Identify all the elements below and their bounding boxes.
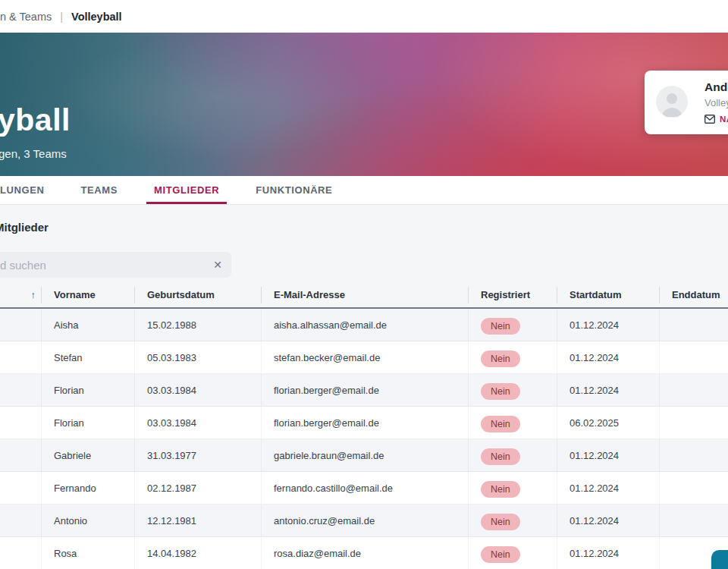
cell-email: aisha.alhassan@email.de [262,309,469,341]
cell-enddatum [660,472,728,505]
table-row[interactable]: Stefan 05.03.1983 stefan.becker@email.de… [0,341,728,374]
cell-enddatum [660,309,728,341]
cell-vorname: Florian [42,407,135,439]
cell-vorname: Fernando [42,472,135,505]
cell-enddatum [660,374,728,407]
envelope-icon [704,115,715,124]
cell-nachname [0,505,42,537]
column-header-registriert[interactable]: Registriert [469,287,557,303]
cell-startdatum: 06.02.2025 [557,407,660,439]
cell-nachname [0,407,42,439]
breadcrumb-current: Volleyball [71,11,122,23]
contact-name: Andrea [704,80,728,94]
table-row[interactable]: Fernando 02.12.1987 fernando.castillo@em… [0,472,728,505]
cell-nachname [0,439,42,472]
cell-email: stefan.becker@email.de [262,341,469,374]
cell-nachname [0,374,42,407]
cell-startdatum: 01.12.2024 [557,537,660,569]
column-header-vorname[interactable]: Vorname [42,287,135,303]
cell-geburtsdatum: 15.02.1988 [135,309,262,341]
top-bar: n & Teams | Volleyball [0,0,728,33]
page-title: yball [0,102,71,138]
cell-registriert: Nein [469,374,557,407]
cell-geburtsdatum: 12.12.1981 [135,505,262,537]
cell-nachname [0,341,42,374]
search-input[interactable] [0,252,231,278]
cell-vorname: Stefan [42,341,135,374]
registriert-badge: Nein [481,546,520,563]
cell-geburtsdatum: 03.03.1984 [135,374,262,407]
sort-ascending-icon[interactable]: ↑ [0,287,42,303]
table-header: ↑ Vorname Geburtsdatum E-Mail-Adresse Re… [0,283,728,309]
cell-registriert: Nein [469,407,557,439]
cell-startdatum: 01.12.2024 [557,341,660,374]
cell-registriert: Nein [469,505,557,537]
cell-registriert: Nein [469,472,557,505]
cell-email: gabriele.braun@email.de [262,439,469,472]
cell-registriert: Nein [469,537,557,569]
cell-geburtsdatum: 14.04.1982 [135,537,262,569]
column-header-geburtsdatum[interactable]: Geburtsdatum [135,287,262,303]
hero-banner: yball gen, 3 Teams [0,33,728,176]
avatar [656,86,688,118]
registriert-badge: Nein [481,481,520,498]
registriert-badge: Nein [481,318,520,335]
registriert-badge: Nein [481,514,520,530]
cell-startdatum: 01.12.2024 [557,505,660,537]
cell-startdatum: 01.12.2024 [557,374,660,407]
tab-abteilungen[interactable]: LUNGEN [0,176,52,204]
cell-enddatum [660,439,728,472]
contact-role: Volleyball [704,97,728,108]
table-body: Aisha 15.02.1988 aisha.alhassan@email.de… [0,309,728,569]
member-search: ✕ [0,252,231,278]
cell-enddatum [660,505,728,537]
cell-vorname: Rosa [42,537,135,569]
cell-vorname: Antonio [42,505,135,537]
cell-startdatum: 01.12.2024 [557,439,660,472]
cell-nachname [0,537,42,569]
cell-nachname [0,309,42,341]
column-header-startdatum[interactable]: Startdatum [557,287,660,303]
cell-nachname [0,472,42,505]
cell-registriert: Nein [469,341,557,374]
members-page: Mitglieder ✕ ↑ Vorname Geburtsdatum E-Ma… [0,205,728,569]
send-message-button[interactable]: NACHRICHT [704,115,728,124]
tab-funktionaere[interactable]: FUNKTIONÄRE [248,176,340,204]
cell-enddatum [660,407,728,439]
cell-geburtsdatum: 02.12.1987 [135,472,262,505]
tab-bar: LUNGEN TEAMS MITGLIEDER FUNKTIONÄRE [0,176,728,205]
cell-geburtsdatum: 05.03.1983 [135,341,262,374]
cell-startdatum: 01.12.2024 [557,309,660,341]
registriert-badge: Nein [481,383,520,400]
table-row[interactable]: Florian 03.03.1984 florian.berger@email.… [0,374,728,407]
table-row[interactable]: Gabriele 31.03.1977 gabriele.braun@email… [0,439,728,472]
chat-button[interactable]: C [711,550,728,569]
table-row[interactable]: Rosa 14.04.1982 rosa.diaz@email.de Nein … [0,537,728,569]
cell-geburtsdatum: 03.03.1984 [135,407,262,439]
cell-email: fernando.castillo@email.de [262,472,469,505]
table-row[interactable]: Florian 03.03.1984 florian.berger@email.… [0,407,728,439]
column-header-enddatum[interactable]: Enddatum [660,287,728,303]
cell-enddatum [660,341,728,374]
table-row[interactable]: Antonio 12.12.1981 antonio.cruz@email.de… [0,505,728,537]
tab-teams[interactable]: TEAMS [74,176,126,204]
send-message-label: NACHRICHT [720,115,728,124]
members-table: ↑ Vorname Geburtsdatum E-Mail-Adresse Re… [0,283,728,569]
column-header-email[interactable]: E-Mail-Adresse [262,287,469,303]
cell-email: florian.berger@email.de [262,374,469,407]
cell-vorname: Florian [42,374,135,407]
cell-vorname: Gabriele [42,439,135,472]
page-subtitle: gen, 3 Teams [0,147,67,160]
registriert-badge: Nein [481,351,520,367]
cell-registriert: Nein [469,309,557,341]
registriert-badge: Nein [481,448,520,465]
cell-registriert: Nein [469,439,557,472]
cell-email: rosa.diaz@email.de [262,537,469,569]
registriert-badge: Nein [481,416,520,432]
contact-card: Andrea Volleyball NACHRICHT [645,71,728,134]
cell-startdatum: 01.12.2024 [557,472,660,505]
tab-mitglieder[interactable]: MITGLIEDER [146,176,227,204]
table-row[interactable]: Aisha 15.02.1988 aisha.alhassan@email.de… [0,309,728,341]
breadcrumb[interactable]: n & Teams [0,11,52,23]
clear-search-icon[interactable]: ✕ [211,258,224,272]
